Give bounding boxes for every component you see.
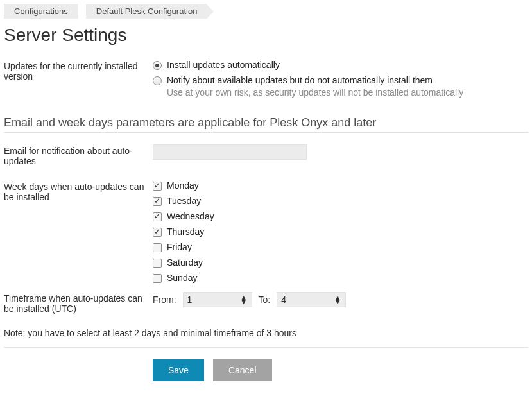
label-updates: Updates for the currently installed vers… — [4, 60, 153, 81]
checkbox-tuesday[interactable]: Tuesday — [153, 196, 528, 206]
breadcrumb-item-label: Configurations — [14, 6, 68, 16]
checkbox-icon — [153, 182, 162, 191]
actions: Save Cancel — [153, 359, 528, 381]
to-value: 4 — [281, 295, 286, 305]
checkbox-friday[interactable]: Friday — [153, 242, 528, 252]
checkbox-label: Monday — [167, 180, 199, 191]
page-title: Server Settings — [4, 25, 528, 46]
from-spinner[interactable]: 1 ▲ ▼ — [183, 292, 252, 307]
checkbox-icon — [153, 228, 162, 237]
note: Note: you have to select at least 2 days… — [4, 328, 528, 338]
from-value: 1 — [187, 295, 193, 305]
checkbox-label: Thursday — [167, 227, 204, 237]
radio-hint-notify: Use at your own risk, as security update… — [167, 87, 488, 99]
row-updates: Updates for the currently installed vers… — [4, 60, 528, 99]
checkbox-thursday[interactable]: Thursday — [153, 227, 528, 237]
field-timeframe: From: 1 ▲ ▼ To: 4 ▲ ▼ — [153, 292, 528, 307]
breadcrumb-item-default-plesk-configuration[interactable]: Default Plesk Configuration — [86, 4, 207, 19]
row-timeframe: Timeframe when auto-updates can be insta… — [4, 292, 528, 314]
checkbox-label: Sunday — [167, 273, 197, 283]
checkbox-label: Friday — [167, 242, 192, 252]
radio-icon — [153, 76, 162, 85]
arrow-down-icon[interactable]: ▼ — [240, 300, 248, 304]
divider — [4, 347, 528, 348]
section-heading: Email and week days parameters are appli… — [4, 116, 528, 130]
radio-install-automatically[interactable]: Install updates automatically — [153, 60, 528, 70]
radio-label: Notify about available updates but do no… — [167, 75, 433, 85]
breadcrumb: Configurations Default Plesk Configurati… — [4, 4, 528, 19]
email-input[interactable] — [153, 144, 307, 160]
checkbox-wednesday[interactable]: Wednesday — [153, 211, 528, 221]
row-weekdays: Week days when auto-updates can be insta… — [4, 180, 528, 288]
breadcrumb-item-label: Default Plesk Configuration — [96, 6, 198, 16]
spinner-arrows-icon: ▲ ▼ — [240, 296, 248, 304]
field-updates: Install updates automatically Notify abo… — [153, 60, 528, 99]
spinner-arrows-icon: ▲ ▼ — [334, 296, 341, 304]
radio-notify-only[interactable]: Notify about available updates but do no… — [153, 75, 528, 85]
checkbox-icon — [153, 259, 162, 268]
checkbox-label: Tuesday — [167, 196, 201, 206]
divider — [4, 132, 528, 133]
radio-icon — [153, 61, 162, 70]
checkbox-saturday[interactable]: Saturday — [153, 257, 528, 268]
save-button[interactable]: Save — [153, 359, 204, 381]
checkbox-monday[interactable]: Monday — [153, 180, 528, 191]
to-spinner[interactable]: 4 ▲ ▼ — [277, 292, 346, 307]
field-email — [153, 144, 528, 160]
label-timeframe: Timeframe when auto-updates can be insta… — [4, 292, 153, 314]
checkbox-label: Saturday — [167, 257, 203, 268]
label-email: Email for notification about auto-update… — [4, 144, 153, 166]
checkbox-label: Wednesday — [167, 211, 214, 221]
checkbox-icon — [153, 197, 162, 206]
row-email: Email for notification about auto-update… — [4, 144, 528, 166]
label-weekdays: Week days when auto-updates can be insta… — [4, 180, 153, 202]
to-label: To: — [259, 295, 271, 305]
checkbox-icon — [153, 243, 162, 252]
breadcrumb-item-configurations[interactable]: Configurations — [4, 4, 77, 19]
arrow-down-icon[interactable]: ▼ — [334, 300, 341, 304]
checkbox-sunday[interactable]: Sunday — [153, 273, 528, 283]
checkbox-icon — [153, 274, 162, 283]
radio-label: Install updates automatically — [167, 60, 280, 70]
cancel-button[interactable]: Cancel — [213, 359, 272, 381]
field-weekdays: Monday Tuesday Wednesday Thursday Friday… — [153, 180, 528, 288]
checkbox-icon — [153, 212, 162, 221]
from-label: From: — [153, 295, 176, 305]
